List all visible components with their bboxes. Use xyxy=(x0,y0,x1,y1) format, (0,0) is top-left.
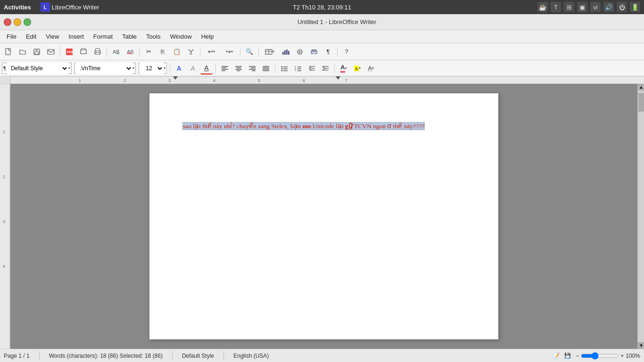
paste-button[interactable]: 📋 xyxy=(170,45,183,58)
document-area[interactable]: sao lại thế này nhỉ? chuyển sang Stelex,… xyxy=(10,84,637,349)
window-maximize-button[interactable] xyxy=(24,18,31,26)
autospellcheck-button[interactable]: ABC xyxy=(124,45,137,58)
character-bg-button[interactable]: A ▾ xyxy=(365,62,377,74)
window-minimize-button[interactable] xyxy=(14,18,21,26)
taskbar-app[interactable]: L LibreOffice Writer xyxy=(41,2,99,12)
statusbar: Page 1 / 1 Words (characters): 18 (86) S… xyxy=(0,349,644,362)
bold-button[interactable]: A xyxy=(173,62,185,74)
indent-increase-button[interactable] xyxy=(319,62,331,74)
style-info: Default Style xyxy=(182,353,214,359)
style-select[interactable]: Default Style xyxy=(7,63,68,74)
menu-edit[interactable]: Edit xyxy=(21,31,41,42)
svg-text:1: 1 xyxy=(79,78,81,83)
print-button[interactable] xyxy=(91,45,104,58)
sep-fmt3 xyxy=(275,63,275,74)
language-info: English (USA) xyxy=(233,353,269,359)
insert-table-button[interactable]: ▾ xyxy=(261,45,278,58)
zoom-in-button[interactable]: + xyxy=(620,353,624,359)
align-left-button[interactable] xyxy=(219,62,231,74)
menu-view[interactable]: View xyxy=(41,31,64,42)
svg-rect-2 xyxy=(35,49,38,51)
size-select[interactable]: 12 xyxy=(140,63,164,74)
indent-marker-left[interactable] xyxy=(173,76,178,80)
window-close-button[interactable] xyxy=(4,18,11,26)
display-icon: ⊞ xyxy=(564,2,574,12)
vertical-scrollbar[interactable]: ▲ ▼ xyxy=(637,84,644,349)
indent-marker-right[interactable] xyxy=(336,76,340,80)
svg-text:6: 6 xyxy=(303,78,305,83)
insert-chart-button[interactable] xyxy=(279,45,292,58)
align-center-button[interactable] xyxy=(232,62,245,74)
zoom-out-button[interactable]: − xyxy=(576,353,579,359)
zoom-level: 100% xyxy=(626,353,640,359)
redo-button[interactable]: ↪▾ xyxy=(221,45,238,58)
document-content[interactable]: sao lại thế này nhỉ? chuyển sang Stelex,… xyxy=(182,122,465,131)
highlight-button[interactable]: a ▾ xyxy=(351,62,363,74)
sep6 xyxy=(258,47,259,57)
svg-point-43 xyxy=(281,68,282,69)
menu-file[interactable]: File xyxy=(2,31,21,42)
undo-button[interactable]: ↩▾ xyxy=(203,45,220,58)
page: sao lại thế này nhỉ? chuyển sang Stelex,… xyxy=(149,93,498,339)
main-area: 1 2 3 4 sao lại thế này nhỉ? chuyển sang… xyxy=(0,84,644,349)
sep-fmt1 xyxy=(170,63,170,74)
list-unordered-button[interactable] xyxy=(278,62,290,74)
print-preview-button[interactable] xyxy=(77,45,90,58)
save-state-icon: 💾 xyxy=(564,353,571,359)
italic-button[interactable]: A xyxy=(187,62,199,74)
spellcheck-button[interactable]: ABC xyxy=(109,45,123,58)
save-button[interactable] xyxy=(30,45,43,58)
menu-tools[interactable]: Tools xyxy=(141,31,165,42)
svg-rect-18 xyxy=(282,52,284,55)
activities-button[interactable]: Activities xyxy=(4,4,31,11)
window-titlebar: Untitled 1 - LibreOffice Writer xyxy=(0,14,644,30)
font-box: .VnTime ▾ xyxy=(74,63,136,74)
menu-window[interactable]: Window xyxy=(165,31,196,42)
scrollbar-down-button[interactable]: ▼ xyxy=(638,342,644,349)
nonprinting-button[interactable]: ¶ xyxy=(322,45,335,58)
insert-object-button[interactable] xyxy=(293,45,306,58)
scrollbar-up-button[interactable]: ▲ xyxy=(638,84,644,90)
indent-decrease-button[interactable] xyxy=(305,62,318,74)
clone-button[interactable] xyxy=(184,45,198,58)
status-sep1 xyxy=(39,352,40,360)
menu-table[interactable]: Table xyxy=(117,31,141,42)
svg-rect-21 xyxy=(288,51,289,55)
new-button[interactable] xyxy=(2,45,15,58)
menu-insert[interactable]: Insert xyxy=(64,31,89,42)
email-button[interactable] xyxy=(44,45,58,58)
t-icon: T xyxy=(551,2,561,12)
font-dropdown-arrow: ▾ xyxy=(132,66,134,70)
sep2 xyxy=(107,47,107,57)
svg-rect-20 xyxy=(286,49,288,55)
menu-format[interactable]: Format xyxy=(89,31,117,42)
menu-help[interactable]: Help xyxy=(197,31,219,42)
align-right-button[interactable] xyxy=(246,62,258,74)
window-title: Untitled 1 - LibreOffice Writer xyxy=(33,18,640,25)
justify-button[interactable] xyxy=(260,62,272,74)
zoom-slider-input[interactable] xyxy=(581,352,619,360)
battery-icon: 🔋 xyxy=(630,2,640,12)
ruler-area: 1 2 3 4 5 6 7 xyxy=(0,76,644,84)
font-color-button[interactable]: A ▾ xyxy=(338,62,350,74)
open-button[interactable] xyxy=(16,45,29,58)
svg-point-44 xyxy=(281,70,282,71)
help-button[interactable]: ? xyxy=(340,45,353,58)
font-select[interactable]: .VnTime xyxy=(76,63,132,74)
svg-text:3.: 3. xyxy=(295,69,297,72)
svg-text:PDF: PDF xyxy=(67,50,73,54)
list-ordered-button[interactable]: 1.2.3. xyxy=(292,62,304,74)
datetime-display: T2 Th10 28, 23:09:11 xyxy=(293,4,351,11)
sep-fmt4 xyxy=(334,63,335,74)
find-button[interactable]: 🔍 xyxy=(243,45,256,58)
scrollbar-thumb[interactable] xyxy=(638,93,644,112)
scrollbar-track[interactable] xyxy=(638,90,644,342)
svg-text:3: 3 xyxy=(3,219,5,224)
cut-button[interactable]: ✂ xyxy=(142,45,155,58)
hyperlink-button[interactable] xyxy=(307,45,321,58)
copy-button[interactable]: ⎘ xyxy=(156,45,169,58)
horizontal-ruler: 1 2 3 4 5 6 7 xyxy=(10,76,644,83)
export-pdf-button[interactable]: PDF xyxy=(63,45,76,58)
zoom-controls[interactable]: − + 100% xyxy=(576,352,640,360)
underline-button[interactable]: A xyxy=(200,62,213,74)
